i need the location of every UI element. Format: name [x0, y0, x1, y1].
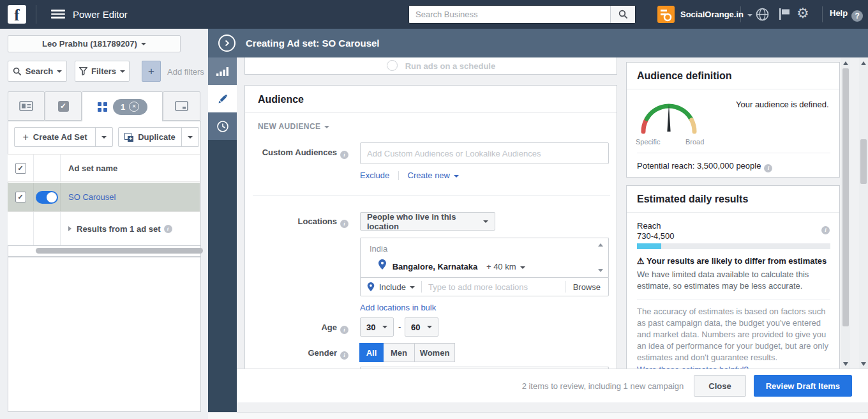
exclude-link[interactable]: Exclude	[360, 171, 389, 180]
info-icon[interactable]: i	[340, 351, 348, 360]
potential-reach: Potential reach: 3,500,000 peoplei	[637, 161, 772, 172]
grid-icon	[98, 102, 107, 112]
create-new-link[interactable]: Create new	[408, 171, 459, 180]
add-filters-label: Add filters	[167, 67, 204, 77]
audience-type-selector[interactable]: NEW AUDIENCE	[258, 122, 329, 131]
rail-history-tab[interactable]	[208, 112, 237, 140]
scroll-down-icon[interactable]	[843, 362, 848, 366]
radius-select[interactable]: + 40 km	[486, 262, 525, 271]
adset-status-toggle[interactable]	[36, 191, 58, 204]
add-location-input[interactable]	[428, 278, 562, 296]
filter-icon	[79, 67, 87, 75]
info-icon[interactable]: i	[340, 151, 348, 159]
filters-button[interactable]: Filters	[75, 61, 130, 82]
scrollbar-thumb[interactable]	[36, 248, 203, 254]
select-all-checkbox[interactable]: ✓	[15, 163, 26, 174]
search-submit-button[interactable]	[610, 6, 635, 23]
hamburger-menu-icon[interactable]	[51, 10, 65, 19]
scroll-up-icon[interactable]	[598, 243, 603, 247]
page-scrollbar[interactable]	[859, 58, 868, 369]
location-type-select[interactable]: People who live in this location	[360, 212, 495, 231]
globe-icon[interactable]	[755, 7, 770, 24]
campaigns-icon	[19, 101, 33, 111]
tab-campaigns[interactable]	[8, 91, 45, 121]
business-search-input[interactable]	[409, 6, 610, 23]
collapse-panel-icon[interactable]	[218, 34, 236, 52]
column-header-adset-name[interactable]: Ad set name	[61, 155, 200, 181]
search-icon	[618, 10, 628, 19]
scroll-up-icon[interactable]	[843, 61, 848, 65]
create-adset-menu-button[interactable]	[95, 128, 112, 146]
include-select[interactable]: Include	[379, 282, 415, 292]
custom-audiences-field	[360, 142, 609, 164]
gauge-min-label: Specific	[636, 138, 661, 146]
clear-selection-icon[interactable]: ✕	[129, 102, 139, 112]
business-account-menu[interactable]: SocialOrange.in	[680, 10, 752, 19]
flag-icon[interactable]	[777, 7, 791, 23]
gender-option-all[interactable]: All	[359, 343, 384, 362]
schedule-radio[interactable]	[387, 60, 398, 71]
top-navbar: f Power Editor SocialOrange.in	[0, 0, 868, 29]
country-item[interactable]: India	[370, 244, 387, 254]
results-summary-row: Results from 1 ad set i	[8, 211, 200, 245]
rail-performance-tab[interactable]	[208, 57, 237, 85]
help-menu[interactable]: Help?	[830, 8, 863, 22]
tab-adsets-active[interactable]: 1 ✕	[82, 91, 163, 121]
business-logo[interactable]	[657, 6, 675, 23]
scrollbar-thumb[interactable]	[860, 139, 867, 184]
custom-audience-links: Exclude Create new	[360, 171, 459, 180]
expand-caret-icon[interactable]	[68, 226, 71, 231]
bulk-locations-link[interactable]: Add locations in bulk	[360, 303, 436, 312]
gender-option-men[interactable]: Men	[383, 343, 415, 362]
duplicate-button[interactable]: + Duplicate	[118, 127, 199, 147]
custom-audiences-input[interactable]	[361, 143, 608, 164]
search-button[interactable]: Search	[8, 61, 67, 82]
section-title: Audience	[258, 94, 304, 105]
age-separator: -	[398, 322, 401, 331]
row-checkbox[interactable]: ✓	[15, 192, 26, 202]
info-icon[interactable]: i	[764, 164, 772, 172]
info-icon[interactable]: i	[164, 225, 172, 233]
audience-status-text: Your audience is defined.	[736, 99, 830, 111]
close-button[interactable]: Close	[694, 375, 745, 397]
scroll-down-icon[interactable]	[598, 269, 603, 272]
duplicate-menu-button[interactable]	[181, 128, 198, 146]
age-min-select[interactable]: 30	[360, 317, 394, 337]
app-title: Power Editor	[73, 9, 128, 20]
bottom-scroll-strip	[208, 412, 868, 419]
facebook-logo-icon[interactable]: f	[8, 5, 26, 24]
warning-icon: ⚠	[637, 256, 645, 266]
scrollbar-thumb[interactable]	[842, 68, 849, 326]
gear-icon[interactable]: ⚙	[797, 5, 809, 22]
add-filter-button[interactable]: +	[142, 61, 161, 82]
horizontal-scrollbar[interactable]	[8, 246, 201, 257]
gender-option-women[interactable]: Women	[414, 343, 455, 362]
browse-button[interactable]: Browse	[565, 282, 608, 292]
location-pin-icon	[378, 259, 386, 270]
selected-count-badge[interactable]: 1 ✕	[113, 99, 147, 115]
create-adset-button[interactable]: +Create Ad Set	[14, 127, 113, 147]
gender-label: Genderi	[245, 348, 348, 360]
scroll-up-icon[interactable]	[861, 61, 866, 65]
rail-edit-tab-active[interactable]	[208, 85, 237, 112]
info-icon[interactable]: i	[340, 220, 348, 228]
clock-icon	[216, 120, 229, 133]
info-icon[interactable]: i	[821, 226, 830, 234]
adset-row[interactable]: ✓ SO Carousel	[8, 183, 200, 211]
scroll-down-icon[interactable]	[861, 362, 866, 366]
adset-name-link[interactable]: SO Carousel	[61, 183, 200, 211]
chevron-down-icon	[382, 326, 387, 328]
tab-ads[interactable]	[163, 91, 200, 121]
plus-icon: +	[22, 132, 28, 143]
age-label: Agei	[245, 323, 348, 334]
editor-header: Creating Ad set: SO Carousel	[208, 29, 868, 57]
custom-audiences-label: Custom Audiencesi	[245, 148, 348, 159]
review-draft-items-button[interactable]: Review Draft Items	[754, 375, 852, 397]
location-pin-icon	[367, 282, 375, 291]
panel-scrollbar[interactable]	[841, 58, 850, 369]
city-item[interactable]: Bangalore, Karnataka + 40 km	[378, 259, 525, 271]
tab-campaign-check[interactable]: ✓	[45, 91, 82, 121]
age-max-select[interactable]: 60	[405, 317, 438, 337]
account-selector[interactable]: Leo Prabhu (181789207)	[8, 35, 181, 52]
info-icon[interactable]: i	[340, 326, 348, 334]
